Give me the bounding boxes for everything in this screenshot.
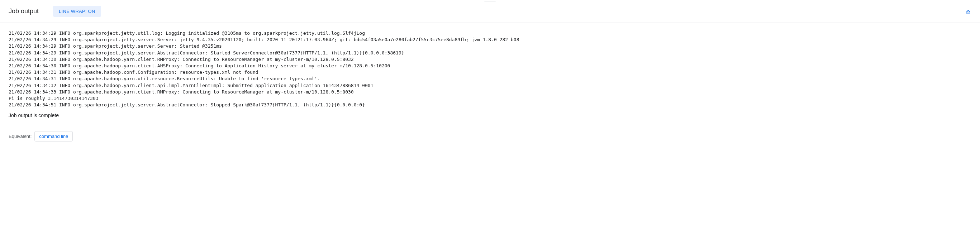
line-wrap-toggle[interactable]: LINE WRAP: ON bbox=[53, 6, 101, 17]
command-line-button[interactable]: command line bbox=[34, 131, 73, 142]
collapse-icon[interactable] bbox=[965, 8, 971, 15]
log-output: 21/02/26 14:34:29 INFO org.sparkproject.… bbox=[0, 23, 980, 113]
page-title: Job output bbox=[9, 8, 39, 15]
equivalent-row: Equivalent: command line bbox=[0, 131, 980, 147]
equivalent-label: Equivalent: bbox=[9, 134, 32, 139]
completion-message: Job output is complete bbox=[0, 113, 980, 131]
drag-handle[interactable] bbox=[483, 0, 497, 2]
header: Job output LINE WRAP: ON bbox=[0, 0, 980, 23]
